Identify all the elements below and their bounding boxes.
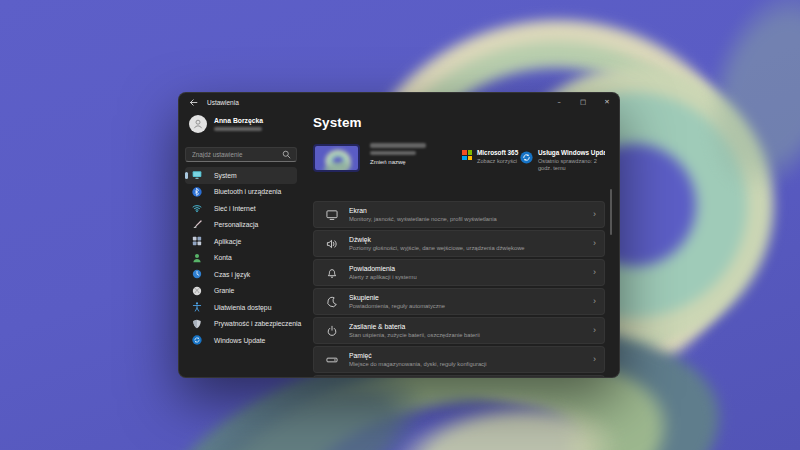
settings-row-focus[interactable]: Skupienie Powiadomienia, reguły automaty…: [313, 288, 605, 315]
microsoft-logo-icon: [462, 150, 472, 160]
rename-device-link[interactable]: Zmień nazwę: [370, 159, 426, 165]
page-title: System: [313, 115, 605, 130]
sidebar-item-gaming[interactable]: Granie: [185, 283, 297, 300]
window-title: Ustawienia: [207, 99, 239, 106]
ms365-benefits-link[interactable]: Zobacz korzyści: [477, 158, 518, 165]
person-silhouette-icon: [192, 118, 204, 130]
bell-icon: [326, 267, 338, 279]
moon-icon: [326, 296, 338, 308]
person-icon: [192, 253, 202, 263]
sidebar-item-time-language[interactable]: Czas i język: [185, 266, 297, 283]
chevron-right-icon: ›: [593, 268, 596, 277]
clock-globe-icon: [192, 269, 202, 279]
device-info: Zmień nazwę: [370, 143, 426, 165]
apps-grid-icon: [192, 236, 202, 246]
xbox-icon: [192, 286, 202, 296]
accessibility-icon: [192, 302, 202, 312]
settings-list: Ekran Monitory, jasność, wyświetlanie no…: [313, 201, 605, 378]
search-box[interactable]: [185, 147, 297, 162]
titlebar[interactable]: Ustawienia – □ ✕: [179, 93, 619, 111]
wifi-icon: [192, 203, 202, 213]
settings-sidebar: Anna Borzęcka System: [185, 111, 297, 349]
storage-icon: [326, 354, 338, 366]
system-monitor-icon: [192, 170, 202, 180]
ms365-title: Microsoft 365: [477, 149, 518, 156]
power-icon: [326, 325, 338, 337]
user-email-redacted: [214, 127, 262, 131]
sidebar-item-accessibility[interactable]: Ułatwienia dostępu: [185, 299, 297, 316]
sidebar-item-windows-update[interactable]: Windows Update: [185, 332, 297, 349]
windows-update-block[interactable]: Usługa Windows Update Ostatnio sprawdzan…: [520, 149, 600, 172]
sidebar-item-apps[interactable]: Aplikacje: [185, 233, 297, 250]
window-controls: – □ ✕: [547, 93, 619, 111]
settings-row-nearby-sharing[interactable]: Udostępnianie w pobliżu ›: [313, 375, 605, 378]
main-scrollbar[interactable]: [610, 189, 612, 235]
update-icon: [192, 335, 202, 345]
shield-icon: [192, 319, 202, 329]
close-button[interactable]: ✕: [595, 93, 619, 111]
user-profile[interactable]: Anna Borzęcka: [189, 115, 297, 133]
sidebar-item-bluetooth[interactable]: Bluetooth i urządzenia: [185, 184, 297, 201]
user-name: Anna Borzęcka: [214, 117, 263, 124]
speaker-icon: [326, 238, 338, 250]
display-icon: [326, 209, 338, 221]
chevron-right-icon: ›: [593, 239, 596, 248]
chevron-right-icon: ›: [593, 355, 596, 364]
bluetooth-icon: [192, 187, 202, 197]
sidebar-nav: System Bluetooth i urządzenia Sieć i Int…: [185, 167, 297, 349]
device-model-redacted: [370, 151, 416, 155]
settings-row-storage[interactable]: Pamięć Miejsce do magazynowania, dyski, …: [313, 346, 605, 373]
search-input[interactable]: [186, 151, 282, 158]
sidebar-item-system[interactable]: System: [185, 167, 297, 184]
system-header: Zmień nazwę Microsoft 365 Zobacz korzyśc…: [313, 140, 605, 188]
sidebar-item-privacy[interactable]: Prywatność i zabezpieczenia: [185, 316, 297, 333]
windows-update-icon: [520, 150, 533, 163]
search-icon: [282, 150, 291, 159]
sidebar-item-network[interactable]: Sieć i Internet: [185, 200, 297, 217]
settings-row-sound[interactable]: Dźwięk Poziomy głośności, wyjście, dane …: [313, 230, 605, 257]
windows-update-title: Usługa Windows Update: [538, 149, 600, 156]
sidebar-item-personalization[interactable]: Personalizacja: [185, 217, 297, 234]
settings-row-notifications[interactable]: Powiadomienia Alerty z aplikacji i syste…: [313, 259, 605, 286]
settings-row-power-battery[interactable]: Zasilanie & bateria Stan uśpienia, zużyc…: [313, 317, 605, 344]
settings-main: System Zmień nazwę Microsoft 365: [313, 111, 605, 378]
back-button[interactable]: [185, 95, 201, 109]
settings-row-display[interactable]: Ekran Monitory, jasność, wyświetlanie no…: [313, 201, 605, 228]
chevron-right-icon: ›: [593, 297, 596, 306]
maximize-button[interactable]: □: [571, 93, 595, 111]
chevron-right-icon: ›: [593, 210, 596, 219]
device-name-redacted: [370, 143, 426, 148]
avatar: [189, 115, 207, 133]
chevron-right-icon: ›: [593, 326, 596, 335]
back-arrow-icon: [189, 98, 198, 107]
device-thumbnail: [313, 144, 360, 172]
desktop-wallpaper: Ustawienia – □ ✕ Anna Borzęcka: [0, 0, 800, 450]
windows-update-status: Ostatnio sprawdzano: 2 godz. temu: [538, 158, 600, 172]
microsoft-365-block[interactable]: Microsoft 365 Zobacz korzyści: [462, 149, 518, 165]
brush-icon: [192, 220, 202, 230]
sidebar-item-accounts[interactable]: Konta: [185, 250, 297, 267]
minimize-button[interactable]: –: [547, 93, 571, 111]
settings-window: Ustawienia – □ ✕ Anna Borzęcka: [178, 92, 620, 378]
